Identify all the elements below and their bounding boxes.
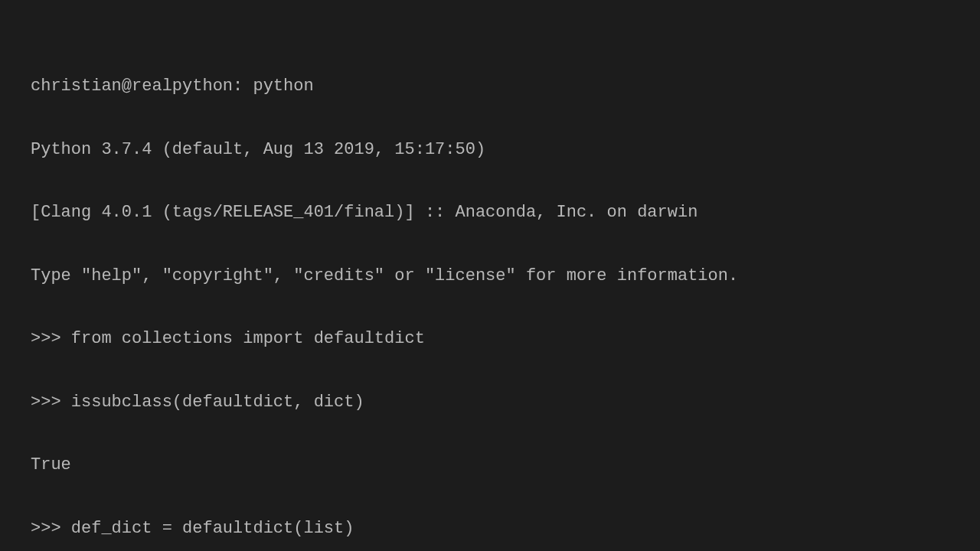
repl-input-line: >>> from collections import defaultdict (31, 328, 949, 350)
python-compiler-line: [Clang 4.0.1 (tags/RELEASE_401/final)] :… (31, 202, 949, 223)
repl-output-line: True (31, 455, 949, 476)
shell-prompt-line: christian@realpython: python (31, 76, 949, 97)
repl-input-line: >>> def_dict = defaultdict(list) (31, 518, 949, 540)
python-version-line: Python 3.7.4 (default, Aug 13 2019, 15:1… (31, 139, 949, 161)
python-help-line: Type "help", "copyright", "credits" or "… (31, 266, 949, 287)
terminal-window[interactable]: christian@realpython: python Python 3.7.… (31, 34, 949, 551)
repl-input-line: >>> issubclass(defaultdict, dict) (31, 392, 949, 413)
